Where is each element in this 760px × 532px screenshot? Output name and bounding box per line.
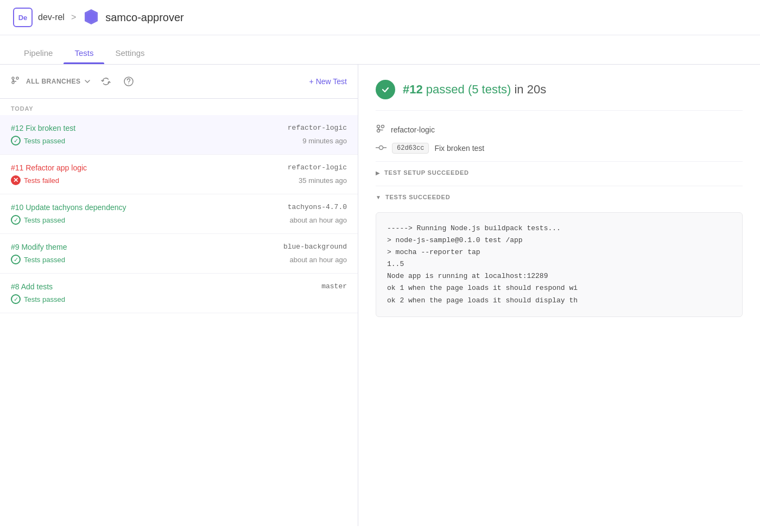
tab-tests[interactable]: Tests [64, 40, 104, 64]
pass-icon: ✓ [11, 255, 21, 264]
log-line: > mocha --reporter tap [387, 246, 731, 258]
breadcrumb-sep: > [71, 12, 76, 22]
top-bar: De dev-rel > samco-approver [0, 0, 760, 35]
log-line: 1..5 [387, 258, 731, 270]
project-name: samco-approver [105, 11, 184, 24]
commit-message: Fix broken test [434, 144, 484, 153]
log-line: Node app is running at localhost:12289 [387, 270, 731, 282]
svg-point-10 [379, 145, 383, 149]
test-item-time: 35 minutes ago [299, 176, 347, 185]
tests-arrow-icon [376, 194, 381, 200]
tests-succeeded-label: TESTS SUCCEEDED [385, 194, 451, 200]
tab-settings[interactable]: Settings [104, 40, 155, 64]
right-panel: #12 passed (5 tests) in 20s refactor-log… [358, 65, 760, 526]
svg-point-2 [12, 77, 14, 79]
meta-branch: refactor-logic [376, 124, 743, 135]
left-panel: ALL BRANCHES + New [0, 65, 358, 526]
test-setup-toggle[interactable]: TEST SETUP SUCCEEDED [376, 161, 743, 183]
svg-point-3 [12, 81, 14, 84]
run-status-pass-icon [376, 80, 395, 99]
commit-icon [376, 144, 387, 153]
list-item[interactable]: #10 Update tachyons dependency tachyons-… [0, 194, 358, 234]
list-item[interactable]: #8 Add tests master ✓ Tests passed [0, 274, 358, 313]
pass-icon: ✓ [11, 136, 21, 145]
test-item-title: #12 Fix broken test [11, 124, 75, 132]
tab-pipeline[interactable]: Pipeline [13, 40, 64, 64]
test-list: #12 Fix broken test refactor-logic ✓ Tes… [0, 115, 358, 526]
test-status-label: Tests passed [24, 137, 65, 145]
meta-commit: 62d63cc Fix broken test [376, 143, 743, 154]
log-line: > node-js-sample@0.1.0 test /app [387, 235, 731, 246]
log-line: ok 2 when the page loads it should displ… [387, 295, 731, 307]
branches-label: ALL BRANCHES [26, 78, 80, 85]
tabs: Pipeline Tests Settings [0, 40, 760, 65]
branch-name: refactor-logic [391, 125, 435, 134]
test-status-label: Tests passed [24, 256, 65, 264]
run-number: #12 [403, 83, 423, 96]
test-item-branch: tachyons-4.7.0 [288, 203, 347, 211]
pass-icon: ✓ [11, 215, 21, 225]
test-item-title: #10 Update tachyons dependency [11, 203, 126, 212]
commit-hash-badge: 62d63cc [392, 143, 429, 154]
run-summary: passed (5 tests) [426, 83, 515, 96]
branch-icon [11, 76, 20, 87]
svg-point-4 [16, 77, 18, 79]
branch-meta-icon [376, 124, 385, 135]
test-status-label: Tests failed [24, 176, 59, 185]
tests-succeeded-toggle[interactable]: TESTS SUCCEEDED [376, 186, 743, 208]
run-header: #12 passed (5 tests) in 20s [376, 80, 743, 111]
org-name: dev-rel [38, 12, 65, 22]
test-item-branch: refactor-logic [288, 124, 347, 132]
log-line: -----> Running Node.js buildpack tests..… [387, 223, 731, 235]
svg-point-9 [382, 125, 384, 128]
test-setup-label: TEST SETUP SUCCEEDED [384, 169, 469, 176]
new-test-button[interactable]: + New Test [309, 77, 347, 86]
test-item-time: about an hour ago [289, 216, 347, 224]
today-section-label: TODAY [0, 99, 358, 115]
test-item-branch: blue-background [283, 243, 347, 251]
test-item-title: #8 Add tests [11, 282, 53, 291]
list-item[interactable]: #11 Refactor app logic refactor-logic ✕ … [0, 155, 358, 194]
svg-point-7 [377, 125, 380, 128]
toolbar: ALL BRANCHES + New [0, 65, 358, 99]
svg-point-6 [129, 84, 130, 85]
project-icon [83, 8, 100, 27]
run-time: in 20s [514, 83, 546, 96]
log-line: ok 1 when the page loads it should respo… [387, 282, 731, 294]
help-button[interactable] [121, 73, 137, 90]
test-item-time: 9 minutes ago [302, 137, 347, 145]
test-status-label: Tests passed [24, 295, 65, 303]
fail-icon: ✕ [11, 175, 21, 185]
test-item-time: about an hour ago [289, 256, 347, 264]
log-output: -----> Running Node.js buildpack tests..… [376, 212, 743, 317]
list-item[interactable]: #12 Fix broken test refactor-logic ✓ Tes… [0, 115, 358, 155]
run-title: #12 passed (5 tests) in 20s [403, 83, 546, 97]
test-status-label: Tests passed [24, 216, 65, 224]
setup-arrow-icon [376, 170, 380, 176]
org-badge[interactable]: De [13, 8, 33, 27]
pass-icon: ✓ [11, 294, 21, 304]
test-item-title: #9 Modify theme [11, 243, 67, 251]
branches-filter[interactable]: ALL BRANCHES [26, 78, 91, 85]
list-item[interactable]: #9 Modify theme blue-background ✓ Tests … [0, 234, 358, 274]
test-item-branch: refactor-logic [288, 163, 347, 172]
refresh-button[interactable] [98, 73, 114, 90]
test-item-title: #11 Refactor app logic [11, 163, 87, 172]
main-content: ALL BRANCHES + New [0, 65, 760, 526]
test-item-branch: master [321, 282, 347, 290]
